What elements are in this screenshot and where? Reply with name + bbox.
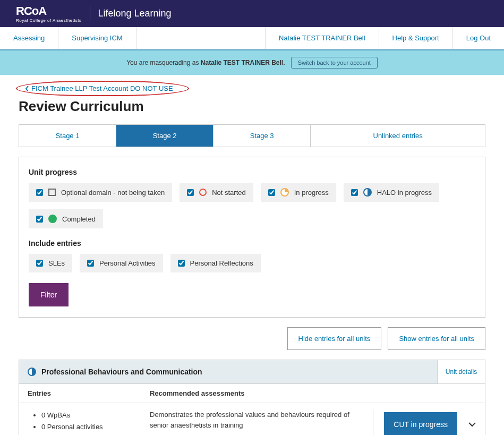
filter-label: SLEs [48,259,65,267]
breadcrumb-wrap: FICM Trainee LLP Test Account DO NOT USE [19,83,180,94]
nav-right: Natalie TEST TRAINER Bell Help & Support… [265,27,504,49]
entry-item: 0 Personal reflections [41,433,150,435]
switch-back-button[interactable]: Switch back to your account [291,57,378,69]
filter-button[interactable]: Filter [29,283,69,306]
entry-item: 0 Personal activities [41,421,150,433]
unit-card: Professional Behaviours and Communicatio… [19,360,485,435]
filter-in-progress[interactable]: In progress [261,183,336,202]
filter-personal-reflections[interactable]: Personal Reflections [170,254,261,272]
unit-title: Professional Behaviours and Communicatio… [41,368,202,376]
logo-main-text: RCoA [16,4,46,18]
tab-stage-2[interactable]: Stage 2 [116,125,213,147]
header-title: Lifelong Learning [98,8,172,19]
halo-in-progress-icon [28,368,36,376]
empty-square-icon [48,189,56,196]
filter-label: Personal Activities [99,259,156,267]
masquerade-user: Natalie TEST TRAINER Bell. [201,59,285,66]
nav-user-name[interactable]: Natalie TEST TRAINER Bell [265,27,379,49]
nav-assessing[interactable]: Assessing [0,27,58,49]
unit-progress-heading: Unit progress [29,168,475,176]
checkbox-completed[interactable] [36,216,43,223]
filter-personal-activities[interactable]: Personal Activities [80,254,163,272]
checkbox-optional-domain[interactable] [36,189,43,196]
nav-left: Assessing Supervising ICM [0,27,136,49]
filter-label: In progress [294,189,329,197]
checkbox-in-progress[interactable] [268,189,275,196]
unit-column-headers: Entries Recommended assessments [19,383,485,403]
tab-stage-3[interactable]: Stage 3 [213,125,311,147]
hide-entries-button[interactable]: Hide entries for all units [287,327,382,350]
content-area: FICM Trainee LLP Test Account DO NOT USE… [0,75,504,435]
nav-supervising-icm[interactable]: Supervising ICM [58,27,136,49]
nav-logout[interactable]: Log Out [452,27,504,49]
show-entries-button[interactable]: Show entries for all units [388,327,485,350]
checkbox-personal-activities[interactable] [87,260,94,267]
filter-label: Personal Reflections [190,259,253,267]
unit-progress-row: Optional domain - not being taken Not st… [29,183,475,228]
tab-unlinked-entries[interactable]: Unlinked entries [311,125,485,147]
header-bar: RCoA Royal College of Anaesthetists Life… [0,0,504,27]
unit-header: Professional Behaviours and Communicatio… [19,360,485,383]
col-header-assess: Recommended assessments [150,389,476,397]
completed-icon [48,215,57,223]
filter-card: Unit progress Optional domain - not bein… [19,157,485,318]
entries-list: 0 WpBAs 0 Personal activities 0 Personal… [28,410,150,435]
chevron-down-icon[interactable] [468,419,476,430]
breadcrumb-label: FICM Trainee LLP Test Account DO NOT USE [31,84,173,92]
filter-optional-domain[interactable]: Optional domain - not being taken [29,183,172,202]
cut-in-progress-button[interactable]: CUT in progress [384,412,457,436]
nav-help-support[interactable]: Help & Support [379,27,452,49]
masquerade-bar: You are masquerading as Natalie TEST TRA… [0,49,504,75]
unit-title-area: Professional Behaviours and Communicatio… [19,360,437,383]
tab-stage-1[interactable]: Stage 1 [19,125,116,147]
halo-in-progress-icon [363,188,372,197]
checkbox-halo-in-progress[interactable] [351,189,358,196]
masquerade-prefix: You are masquerading as [126,59,201,66]
logo-block: RCoA Royal College of Anaesthetists Life… [16,4,172,23]
checkbox-sles[interactable] [36,260,43,267]
entry-item: 0 WpBAs [41,410,150,421]
breadcrumb[interactable]: FICM Trainee LLP Test Account DO NOT USE [19,83,180,94]
filter-completed[interactable]: Completed [29,209,103,228]
assessment-text: Demonstrates the professional values and… [150,410,373,430]
unit-right-actions: CUT in progress [373,410,476,435]
logo-divider [90,6,90,21]
checkbox-personal-reflections[interactable] [178,260,185,267]
filter-label: Optional domain - not being taken [61,189,165,197]
include-entries-heading: Include entries [29,239,475,248]
filter-halo-in-progress[interactable]: HALO in progress [344,183,439,202]
unit-body: Entries Recommended assessments 0 WpBAs … [19,383,485,435]
stage-tabs: Stage 1 Stage 2 Stage 3 Unlinked entries [19,124,485,147]
unit-details-button[interactable]: Unit details [437,360,485,383]
unit-columns-body: 0 WpBAs 0 Personal activities 0 Personal… [19,403,485,435]
chevron-left-icon [25,86,29,92]
filter-not-started[interactable]: Not started [180,183,253,202]
logo-sub-text: Royal College of Anaesthetists [16,18,82,23]
filter-label: Completed [62,215,96,223]
logo-rcoa: RCoA Royal College of Anaesthetists [16,4,82,23]
filter-label: Not started [212,189,246,197]
page-title: Review Curriculum [19,98,485,115]
bulk-actions: Hide entries for all units Show entries … [19,327,485,350]
in-progress-icon [280,188,289,197]
main-nav: Assessing Supervising ICM Natalie TEST T… [0,27,504,49]
not-started-icon [199,189,207,196]
checkbox-not-started[interactable] [187,189,194,196]
filter-sles[interactable]: SLEs [29,254,72,272]
col-header-entries: Entries [28,389,150,397]
include-entries-row: SLEs Personal Activities Personal Reflec… [29,254,475,272]
filter-label: HALO in progress [377,189,432,197]
